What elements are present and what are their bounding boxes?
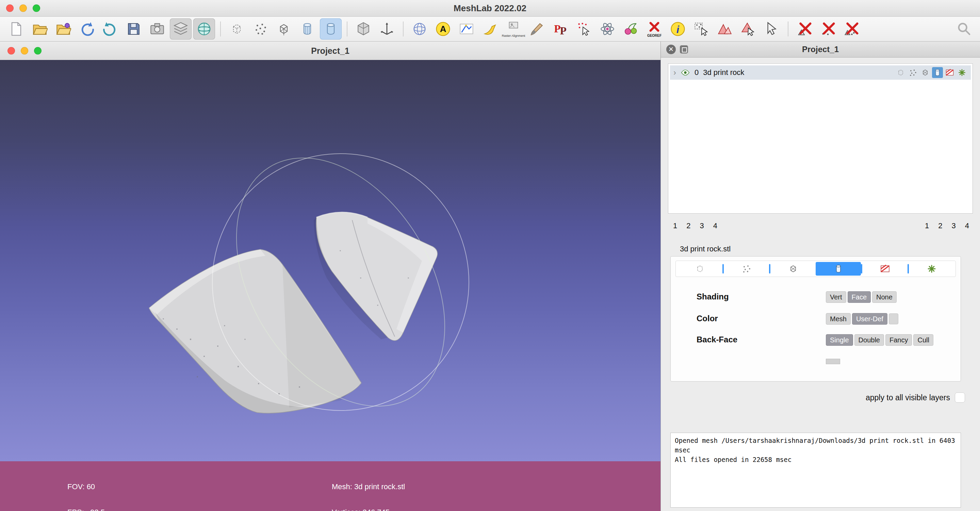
show-layer-dialog-icon[interactable]	[170, 18, 192, 40]
show-raster-icon[interactable]	[193, 18, 215, 40]
select-faces-icon[interactable]	[714, 18, 736, 40]
hud-right: Mesh: 3d print rock.stl Vertices: 346,74…	[332, 465, 405, 511]
layer-name: 3d print rock	[703, 68, 744, 77]
show-axes-icon[interactable]	[376, 18, 398, 40]
backface-double-button[interactable]: Double	[854, 334, 884, 346]
tab-texture-icon[interactable]	[909, 262, 954, 276]
color-label: Color	[697, 314, 718, 323]
render-bbox-icon[interactable]	[226, 18, 248, 40]
col-number: 1	[673, 222, 677, 230]
apply-all-checkbox[interactable]	[955, 393, 965, 402]
shading-none-button[interactable]: None	[872, 291, 897, 303]
open-project-icon[interactable]	[29, 18, 51, 40]
layer-list: › 0 3d print rock	[668, 63, 973, 214]
render-properties-card: Shading Vert Face None Color Mesh User-D…	[670, 256, 961, 382]
reload-mesh-icon[interactable]	[76, 18, 98, 40]
layer-panel: ✕ Project_1 › 0 3d print rock	[660, 42, 980, 511]
3d-viewport[interactable]	[0, 60, 660, 461]
mesh-rock-right[interactable]	[314, 212, 437, 341]
color-mesh-button[interactable]: Mesh	[826, 313, 851, 325]
disclosure-triangle-icon[interactable]: ›	[673, 69, 676, 77]
tab-backface-icon[interactable]	[862, 262, 907, 276]
shading-label: Shading	[697, 292, 729, 302]
toolbar-separator	[220, 21, 221, 37]
new-project-icon[interactable]	[5, 18, 27, 40]
app-titlebar: MeshLab 2022.02	[0, 0, 980, 17]
delete-selected-faces-vertices-icon[interactable]	[840, 18, 862, 40]
point-selection-icon[interactable]	[573, 18, 595, 40]
apply-all-label: apply to all visible layers	[865, 393, 950, 402]
backface-label: Back-Face	[697, 335, 737, 345]
shading-vert-button[interactable]: Vert	[826, 291, 846, 303]
tab-points-icon[interactable]	[724, 262, 769, 276]
letter-p2: P	[560, 24, 566, 37]
layer-wireframe-icon[interactable]	[920, 67, 931, 78]
log-line: Opened mesh /Users/tarshaakrishnaraj/Dow…	[675, 436, 956, 455]
render-flat-lines-icon[interactable]	[296, 18, 318, 40]
label-a-letter: A	[440, 24, 447, 34]
pointer-icon[interactable]	[761, 18, 783, 40]
hud-mesh-name: Mesh: 3d print rock.stl	[332, 482, 405, 491]
backface-fancy-button[interactable]: Fancy	[885, 334, 912, 346]
select-connected-icon[interactable]	[737, 18, 759, 40]
import-mesh-icon[interactable]	[52, 18, 74, 40]
raster-alignment-icon[interactable]: Raster Alignment	[503, 18, 524, 40]
reload-all-icon[interactable]	[99, 18, 121, 40]
manipulator-icon[interactable]	[597, 18, 618, 40]
layer-bbox-icon[interactable]	[895, 67, 906, 78]
backface-cull-button[interactable]: Cull	[913, 334, 933, 346]
viewport-status-band: FOV: 60 FPS: 93.5 BO_RENDERING Mesh: 3d …	[0, 461, 660, 511]
render-points-icon[interactable]	[250, 18, 271, 40]
layer-texture-icon[interactable]	[956, 67, 967, 78]
tab-wireframe-icon[interactable]	[770, 262, 816, 276]
color-swatch-button[interactable]	[889, 313, 898, 324]
col-number: 2	[686, 222, 690, 230]
current-mesh-label: 3d print rock.stl	[680, 244, 730, 254]
visibility-eye-icon[interactable]	[681, 68, 690, 77]
tab-bbox-icon[interactable]	[677, 262, 722, 276]
layer-points-icon[interactable]	[907, 67, 918, 78]
render-smooth-icon[interactable]	[320, 18, 342, 40]
export-mesh-icon[interactable]	[123, 18, 145, 40]
show-texture-icon[interactable]	[353, 18, 374, 40]
viewport-window: Project_1	[0, 42, 660, 511]
delete-selected-faces-icon[interactable]	[794, 18, 815, 40]
select-vertices-icon[interactable]	[690, 18, 712, 40]
toolbar-separator	[347, 21, 347, 37]
tab-smooth-icon[interactable]	[816, 262, 861, 276]
layer-index: 0	[695, 68, 698, 77]
delete-selected-vertices-icon[interactable]	[817, 18, 839, 40]
layer-panel-title: Project_1	[661, 45, 980, 54]
hud-fov: FOV: 60	[67, 482, 127, 491]
paint-mesh-icon[interactable]	[526, 18, 548, 40]
viewport-titlebar: Project_1	[0, 42, 660, 60]
hud-fps: FPS: 93.5	[67, 508, 127, 511]
measuring-tool-icon[interactable]	[456, 18, 477, 40]
layer-smooth-icon[interactable]	[932, 67, 943, 78]
georef-label: GEOREF	[647, 34, 662, 37]
search-icon[interactable]	[953, 18, 975, 40]
raster-alignment-label: Raster Alignment	[501, 34, 525, 37]
layer-row[interactable]: › 0 3d print rock	[670, 65, 971, 80]
georef-icon[interactable]: GEOREF	[643, 18, 665, 40]
color-userdef-button[interactable]: User-Def	[852, 313, 888, 325]
render-wireframe-icon[interactable]	[273, 18, 295, 40]
layer-columns-right: 1 2 3 4	[925, 222, 969, 230]
layer-backface-icon[interactable]	[944, 67, 955, 78]
show-labels-icon[interactable]: A	[432, 18, 454, 40]
backface-single-button[interactable]: Single	[826, 334, 853, 346]
main-toolbar: A Raster Alignment PP GEOREF i	[0, 16, 980, 42]
z-painting-icon[interactable]	[479, 18, 501, 40]
quality-mapper-icon[interactable]	[620, 18, 642, 40]
show-trackball-icon[interactable]	[409, 18, 430, 40]
viewport-title: Project_1	[0, 46, 660, 56]
user-color-swatch[interactable]	[826, 359, 840, 364]
shading-face-button[interactable]: Face	[848, 291, 871, 303]
info-icon[interactable]: i	[667, 18, 689, 40]
snapshot-icon[interactable]	[146, 18, 168, 40]
backface-options: Single Double Fancy Cull	[826, 334, 933, 346]
pp-tool-icon[interactable]: PP	[550, 18, 571, 40]
col-number: 4	[965, 222, 969, 230]
col-number: 1	[925, 222, 929, 230]
layer-row-render-flags	[895, 67, 967, 78]
